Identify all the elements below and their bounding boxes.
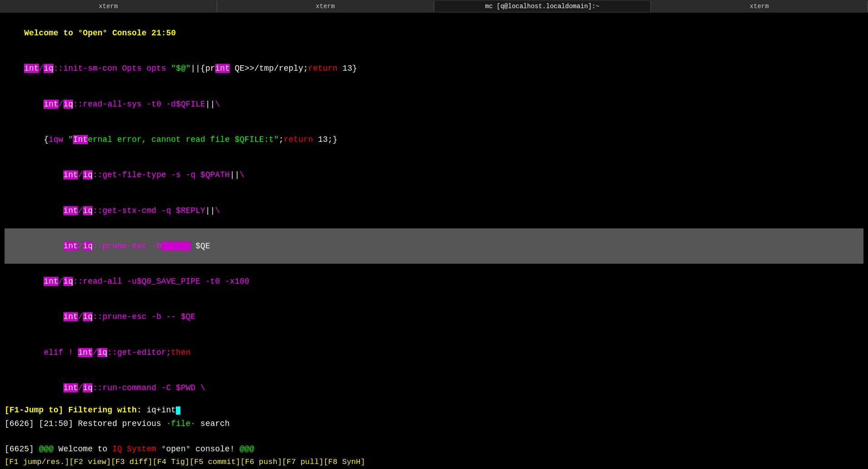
tab-mc[interactable]: mc [q@localhost.localdomain]:~ (434, 1, 651, 12)
tab-xterm-2[interactable]: xterm (217, 1, 434, 12)
code-line-7: int/iq::read-all -u$Q0_SAVE_PIPE -t0 -x1… (5, 264, 863, 299)
fkey-bar-text: [F1 jump/res.][F2 view][F3 diff][F4 Tig]… (5, 458, 365, 466)
title-bar: xterm xterm mc [q@localhost.localdomain]… (0, 0, 868, 13)
welcome-msg: [6625] @@@ Welcome to IQ System °open° c… (0, 442, 868, 456)
filter-line: [F1-Jump to] Filtering with: iq+int (0, 403, 868, 417)
bottom-bar: [F1-Jump to] Filtering with: iq+int [662… (0, 403, 868, 469)
tab-xterm-3[interactable]: xterm (651, 1, 868, 12)
restored-line: [6626] [21:50] Restored previous ·file· … (0, 417, 868, 430)
code-line-8: int/iq::prune-esc -b -- $QE (5, 299, 863, 334)
code-line-4: int/iq::get-file-type -s -q $QPATH||\ (5, 157, 863, 193)
terminal-body: Welcome to °Open° Console 21:50 int/iq::… (0, 13, 868, 469)
code-line-5: int/iq::get-stx-cmd -q $REPLY||\ (5, 193, 863, 228)
welcome-line: Welcome to °Open° Console 21:50 (5, 15, 863, 51)
cursor (176, 406, 180, 415)
code-line-2: int/iq::read-all-sys -t0 -d$QFILE||\ (5, 87, 863, 122)
empty-line (0, 430, 868, 442)
fkey-bar: [F1 jump/res.][F2 view][F3 diff][F4 Tig]… (0, 456, 868, 469)
code-line-1: int/iq::init-sm-con Opts opts "$@"||{pri… (5, 51, 863, 86)
code-line-6: int/iq::prune-esc -b $QE (5, 228, 863, 264)
code-line-10: int/iq::run-command -C $PWD \ (5, 370, 863, 406)
code-line-9: elif ! int/iq::get-editor;then (5, 335, 863, 370)
tab-xterm-1[interactable]: xterm (0, 1, 217, 12)
code-line-3: {iqw "Internal error, cannot read file $… (5, 122, 863, 157)
